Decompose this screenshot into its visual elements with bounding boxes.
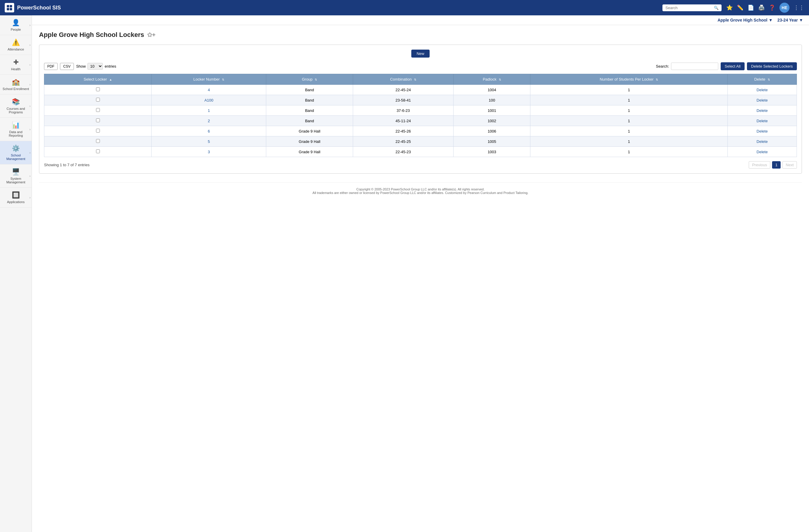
students-per-locker-cell: 1 — [530, 116, 727, 126]
padlock-cell: 1006 — [453, 126, 530, 136]
new-button-row: New — [44, 50, 797, 57]
applications-icon: 🔲 — [12, 191, 20, 199]
delete-link[interactable]: Delete — [757, 119, 768, 123]
row-checkbox[interactable] — [96, 149, 100, 153]
previous-button[interactable]: Previous — [749, 161, 770, 169]
sidebar-item-attendance[interactable]: ⚠️ Attendance › — [0, 35, 32, 55]
locker-number-link[interactable]: A100 — [205, 98, 213, 103]
school-selector[interactable]: Apple Grove High School ▼ — [718, 18, 773, 22]
page-footer: Copyright © 2005-2023 PowerSchool Group … — [39, 182, 802, 199]
row-checkbox[interactable] — [96, 118, 100, 122]
sidebar-item-courses-programs[interactable]: 📚 Courses and Programs › — [0, 94, 32, 118]
sidebar-item-data-reporting[interactable]: 📊 Data and Reporting › — [0, 118, 32, 141]
table-body: 4 Band 22-45-24 1004 1 Delete A100 Band … — [44, 85, 797, 157]
combination-cell: 22-45-24 — [353, 85, 453, 95]
select-cell[interactable] — [44, 147, 152, 157]
delete-link[interactable]: Delete — [757, 139, 768, 144]
students-per-locker-cell: 1 — [530, 136, 727, 147]
group-cell: Grade 9 Hall — [266, 136, 353, 147]
next-button[interactable]: Next — [782, 161, 797, 169]
delete-link[interactable]: Delete — [757, 98, 768, 103]
select-cell[interactable] — [44, 95, 152, 105]
entries-select[interactable]: 10 25 50 100 — [87, 63, 103, 70]
sidebar-item-people[interactable]: 👤 People › — [0, 15, 32, 35]
chevron-right-icon: › — [30, 24, 31, 27]
page-title: Apple Grove High School Lockers — [39, 31, 144, 39]
row-checkbox[interactable] — [96, 129, 100, 132]
csv-button[interactable]: CSV — [60, 63, 74, 70]
locker-number-link[interactable]: 6 — [208, 129, 210, 134]
print-icon[interactable]: 🖨️ — [758, 4, 765, 11]
select-cell[interactable] — [44, 126, 152, 136]
sidebar-item-applications[interactable]: 🔲 Applications › — [0, 188, 32, 208]
table-toolbar: PDF CSV Show 10 25 50 100 entries — [44, 62, 797, 70]
sidebar-item-system-management[interactable]: 🖥️ System Management › — [0, 164, 32, 188]
table-row: 3 Grade 9 Hall 22-45-23 1003 1 Delete — [44, 147, 797, 157]
new-button[interactable]: New — [411, 50, 430, 57]
select-all-button[interactable]: Select All — [721, 62, 745, 70]
col-group: Group ⇅ — [266, 74, 353, 85]
year-label: 23-24 Year — [777, 18, 798, 22]
chevron-right-icon: › — [30, 105, 31, 108]
locker-number-link[interactable]: 3 — [208, 150, 210, 154]
delete-link[interactable]: Delete — [757, 129, 768, 134]
table-row: A100 Band 23-58-41 100 1 Delete — [44, 95, 797, 105]
logo-icon — [5, 3, 14, 12]
grid-menu-icon[interactable]: ⋮⋮ — [794, 4, 804, 11]
table-row: 4 Band 22-45-24 1004 1 Delete — [44, 85, 797, 95]
chevron-right-icon: › — [30, 63, 31, 67]
group-cell: Band — [266, 85, 353, 95]
help-icon[interactable]: ❓ — [769, 4, 775, 11]
locker-number-link[interactable]: 2 — [208, 119, 210, 123]
delete-link[interactable]: Delete — [757, 88, 768, 92]
sort-icon: ⇅ — [414, 78, 416, 81]
locker-number-link[interactable]: 1 — [208, 108, 210, 113]
table-search-input[interactable] — [671, 63, 718, 70]
reports-icon[interactable]: 📄 — [747, 4, 754, 11]
delete-cell: Delete — [727, 95, 796, 105]
sidebar-item-school-enrollment[interactable]: 🏫 School Enrollment › — [0, 75, 32, 94]
group-cell: Band — [266, 105, 353, 116]
locker-number-cell: 5 — [152, 136, 266, 147]
locker-number-link[interactable]: 5 — [208, 139, 210, 144]
showing-text: Showing 1 to 7 of 7 entries — [44, 163, 89, 167]
svg-rect-3 — [10, 8, 12, 10]
row-checkbox[interactable] — [96, 108, 100, 112]
edit-icon[interactable]: ✏️ — [737, 4, 743, 11]
locker-number-link[interactable]: 4 — [208, 88, 210, 92]
delete-link[interactable]: Delete — [757, 108, 768, 113]
chevron-right-icon: › — [30, 43, 31, 47]
sidebar-item-health[interactable]: ✚ Health › — [0, 55, 32, 75]
star-add-icon[interactable]: ✩+ — [147, 31, 156, 38]
pdf-button[interactable]: PDF — [44, 63, 58, 70]
search-bar[interactable]: 🔍 — [662, 4, 722, 11]
col-select-locker: Select Locker ▲ — [44, 74, 152, 85]
show-label: Show — [76, 64, 86, 69]
chevron-right-icon: › — [30, 196, 31, 199]
row-checkbox[interactable] — [96, 139, 100, 143]
chevron-right-icon: › — [30, 83, 31, 86]
select-cell[interactable] — [44, 105, 152, 116]
padlock-cell: 1004 — [453, 85, 530, 95]
select-cell[interactable] — [44, 85, 152, 95]
sidebar-item-label: Courses and Programs — [2, 107, 30, 114]
search-icon: 🔍 — [714, 6, 719, 10]
people-icon: 👤 — [12, 19, 20, 26]
delete-link[interactable]: Delete — [757, 150, 768, 154]
locker-number-cell: A100 — [152, 95, 266, 105]
favorites-icon[interactable]: ⭐ — [726, 4, 733, 11]
year-dropdown-icon: ▼ — [799, 18, 803, 22]
select-cell[interactable] — [44, 136, 152, 147]
delete-selected-button[interactable]: Delete Selected Lockers — [747, 62, 797, 70]
select-cell[interactable] — [44, 116, 152, 126]
user-avatar[interactable]: HE — [779, 3, 790, 13]
row-checkbox[interactable] — [96, 98, 100, 102]
row-checkbox[interactable] — [96, 87, 100, 91]
table-container: New PDF CSV Show 10 25 50 100 — [39, 45, 802, 174]
page-1-button[interactable]: 1 — [772, 161, 781, 169]
search-input[interactable] — [666, 6, 711, 10]
sidebar-item-school-management[interactable]: ⚙️ School Management › — [0, 141, 32, 164]
year-selector[interactable]: 23-24 Year ▼ — [777, 18, 803, 22]
locker-number-cell: 6 — [152, 126, 266, 136]
main-layout: 👤 People › ⚠️ Attendance › ✚ Health › 🏫 … — [0, 15, 809, 532]
